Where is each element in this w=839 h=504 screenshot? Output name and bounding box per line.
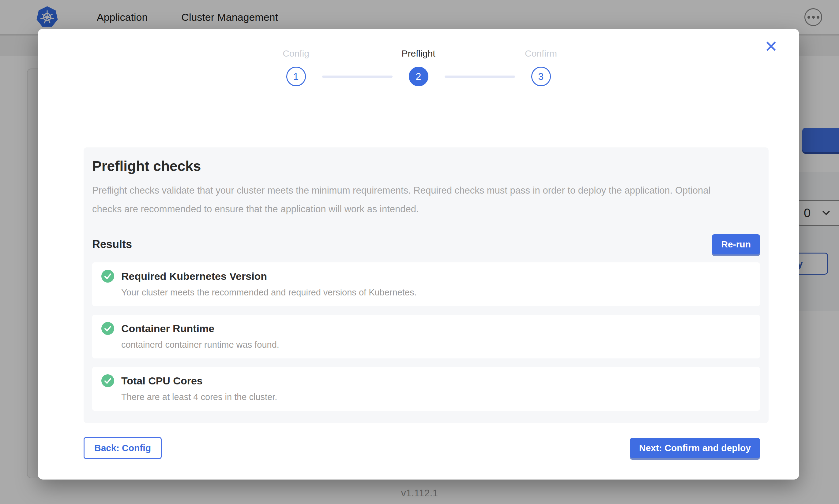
screen: Application Cluster Management 0 y v1.11…: [0, 0, 839, 504]
preflight-description: Preflight checks validate that your clus…: [92, 181, 738, 218]
stepper-connector: [322, 75, 393, 78]
modal-footer: Back: Config Next: Confirm and deploy: [84, 437, 760, 459]
back-button[interactable]: Back: Config: [84, 437, 162, 459]
check-pass-icon: [101, 270, 114, 283]
check-message: There are at least 4 cores in the cluste…: [121, 392, 751, 402]
wizard-stepper: Config 1 Preflight 2 Confirm 3: [38, 29, 799, 86]
check-item: Required Kubernetes Version Your cluster…: [92, 263, 760, 306]
check-item: Total CPU Cores There are at least 4 cor…: [92, 367, 760, 411]
step-preflight-label: Preflight: [401, 48, 435, 60]
check-pass-icon: [101, 374, 114, 387]
check-message: containerd container runtime was found.: [121, 340, 751, 350]
rerun-button[interactable]: Re-run: [712, 234, 760, 254]
check-title: Total CPU Cores: [121, 375, 203, 387]
step-preflight: Preflight 2: [393, 48, 445, 86]
preflight-modal: ✕ Config 1 Preflight 2 Confirm 3 Preflig…: [38, 29, 799, 480]
step-confirm: Confirm 3: [515, 48, 567, 86]
check-message: Your cluster meets the recommended and r…: [121, 287, 751, 298]
step-config-label: Config: [282, 48, 309, 60]
results-header-row: Results Re-run: [92, 234, 760, 254]
step-confirm-label: Confirm: [525, 48, 557, 60]
check-results-list: Required Kubernetes Version Your cluster…: [92, 263, 760, 411]
step-config-circle[interactable]: 1: [286, 67, 306, 86]
next-confirm-deploy-button[interactable]: Next: Confirm and deploy: [630, 438, 760, 458]
check-item: Container Runtime containerd container r…: [92, 315, 760, 358]
page-title: Preflight checks: [92, 158, 760, 174]
stepper-connector: [445, 75, 515, 78]
check-title: Required Kubernetes Version: [121, 270, 267, 282]
step-preflight-circle[interactable]: 2: [409, 67, 428, 86]
check-title: Container Runtime: [121, 323, 215, 335]
results-heading: Results: [92, 238, 132, 251]
preflight-panel: Preflight checks Preflight checks valida…: [84, 147, 769, 423]
step-config: Config 1: [270, 48, 322, 86]
step-confirm-circle[interactable]: 3: [531, 67, 551, 86]
close-icon[interactable]: ✕: [763, 37, 780, 56]
check-pass-icon: [101, 322, 114, 335]
